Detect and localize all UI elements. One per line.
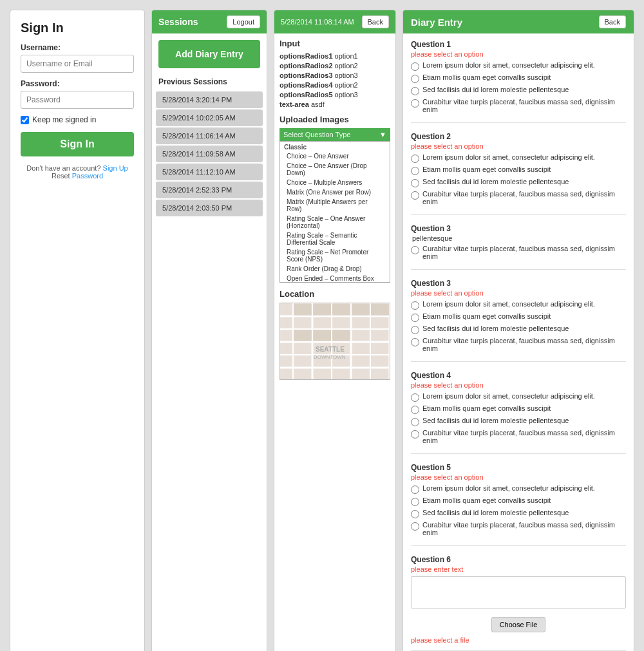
dropdown-item[interactable]: Choice – Multiple Answers xyxy=(280,178,390,187)
q3b-radio-4[interactable] xyxy=(411,338,419,346)
keep-signed-checkbox[interactable] xyxy=(21,116,29,124)
input-name: optionsRadios3 xyxy=(279,71,333,79)
question-3a-option-1: Curabitur vitae turpis placerat, faucibu… xyxy=(411,245,626,260)
dropdown-item[interactable]: Matrix (One Answer per Row) xyxy=(280,187,390,197)
input-value: option3 xyxy=(335,91,358,99)
add-diary-button[interactable]: Add Diary Entry xyxy=(158,40,260,68)
q4-radio-2[interactable] xyxy=(411,406,419,414)
session-item[interactable]: 5/28/2014 11:12:10 AM xyxy=(156,164,263,180)
detail-row: optionsRadios4 option2 xyxy=(279,81,390,89)
dropdown-item[interactable]: Matrix (Multiple Answers per Row) xyxy=(280,197,390,214)
question-1-title: Question 1 xyxy=(411,40,626,49)
dropdown-item[interactable]: Rating Scale – Semantic Differential Sca… xyxy=(280,231,390,247)
session-item[interactable]: 5/28/2014 2:03:50 PM xyxy=(156,200,263,216)
q3b-radio-1[interactable] xyxy=(411,301,419,310)
svg-rect-18 xyxy=(313,330,331,341)
q1-option-2-text: Etiam mollis quam eget convallis suscipi… xyxy=(422,73,551,81)
dropdown-item[interactable]: Open Ended – Comments Box xyxy=(280,274,390,283)
signin-footer: Don't have an account? Sign Up Reset Pas… xyxy=(21,164,134,180)
reset-text: Reset xyxy=(52,172,70,180)
input-name: text-area xyxy=(279,100,309,108)
q3b-radio-3[interactable] xyxy=(411,326,419,334)
username-input[interactable] xyxy=(21,55,134,73)
q1-radio-2[interactable] xyxy=(411,75,419,83)
q5-radio-3[interactable] xyxy=(411,510,419,518)
detail-inputs: optionsRadios1 option1 optionsRadios2 op… xyxy=(279,52,390,108)
q3b-radio-2[interactable] xyxy=(411,314,419,322)
location-title: Location xyxy=(279,289,390,299)
username-label: Username: xyxy=(21,43,134,52)
sessions-panel: Sessions Logout Add Diary Entry Previous… xyxy=(151,10,267,651)
question-3b-option-2: Etiam mollis quam eget convallis suscipi… xyxy=(411,312,626,322)
q1-option-4-text: Curabitur vitae turpis placerat, faucibu… xyxy=(422,98,626,113)
choose-file-button[interactable]: Choose File xyxy=(491,617,546,632)
q2-radio-1[interactable] xyxy=(411,155,419,163)
dropdown-selected[interactable]: Select Question Type ▼ xyxy=(279,128,390,141)
logout-button[interactable]: Logout xyxy=(227,15,260,28)
q3b-option-3-text: Sed facilisis dui id lorem molestie pell… xyxy=(422,325,569,332)
password-input[interactable] xyxy=(21,91,134,109)
svg-rect-15 xyxy=(352,304,370,316)
session-item[interactable]: 5/29/2014 10:02:05 AM xyxy=(156,109,263,126)
q3a-text-answer: pellentesque xyxy=(411,234,626,242)
session-item[interactable]: 5/28/2014 3:20:14 PM xyxy=(156,91,263,108)
question-block-1: Question 1 please select an option Lorem… xyxy=(411,40,626,123)
question-type-dropdown[interactable]: Select Question Type ▼ Classic Choice – … xyxy=(279,128,390,283)
svg-rect-12 xyxy=(294,304,312,316)
q4-radio-1[interactable] xyxy=(411,393,419,402)
q1-radio-3[interactable] xyxy=(411,87,419,95)
entry-body: Question 1 please select an option Lorem… xyxy=(403,33,634,651)
dropdown-item[interactable]: Choice – One Answer (Drop Down) xyxy=(280,161,390,178)
dropdown-item[interactable]: Rating Scale – Net Promoter Score (NPS) xyxy=(280,247,390,264)
signin-button[interactable]: Sign In xyxy=(21,132,134,156)
input-name: optionsRadios5 xyxy=(279,91,333,99)
q5-radio-1[interactable] xyxy=(411,486,419,494)
q4-radio-3[interactable] xyxy=(411,418,419,426)
sessions-title: Sessions xyxy=(158,17,198,27)
dropdown-item[interactable]: Rank Order (Drag & Drop) xyxy=(280,264,390,274)
svg-rect-19 xyxy=(332,330,350,341)
question-2-option-3: Sed facilisis dui id lorem molestie pell… xyxy=(411,178,626,187)
q3a-radio-1[interactable] xyxy=(411,246,419,254)
q3a-option-1-text: Curabitur vitae turpis placerat, faucibu… xyxy=(422,245,626,260)
q5-radio-4[interactable] xyxy=(411,522,419,531)
question-3b-error: please select an option xyxy=(411,289,626,297)
q1-radio-1[interactable] xyxy=(411,62,419,71)
entry-back-button[interactable]: Back xyxy=(599,15,626,28)
q5-radio-2[interactable] xyxy=(411,498,419,506)
question-2-error: please select an option xyxy=(411,142,626,150)
q2-radio-3[interactable] xyxy=(411,179,419,187)
svg-rect-17 xyxy=(294,330,312,341)
session-item[interactable]: 5/28/2014 11:09:58 AM xyxy=(156,146,263,162)
q2-radio-4[interactable] xyxy=(411,191,419,200)
session-item[interactable]: 5/28/2014 2:52:33 PM xyxy=(156,182,263,198)
detail-timestamp: 5/28/2014 11:08:14 AM xyxy=(281,18,354,26)
dropdown-item[interactable]: Rating Scale – One Answer (Horizontal) xyxy=(280,214,390,231)
password-link[interactable]: Password xyxy=(72,172,103,180)
password-label: Password: xyxy=(21,79,134,88)
session-item[interactable]: 5/28/2014 11:06:14 AM xyxy=(156,127,263,144)
detail-back-button[interactable]: Back xyxy=(362,15,389,28)
q4-radio-4[interactable] xyxy=(411,430,419,439)
question-block-4: Question 4 please select an option Lorem… xyxy=(411,371,626,454)
input-name: optionsRadios2 xyxy=(279,62,333,70)
dropdown-item[interactable]: Choice – One Answer xyxy=(280,151,390,161)
question-6-textarea[interactable] xyxy=(411,576,626,609)
detail-header: 5/28/2014 11:08:14 AM Back xyxy=(274,10,395,33)
q3b-option-1-text: Lorem ipsum dolor sit amet, consectetur … xyxy=(422,300,595,308)
q1-radio-4[interactable] xyxy=(411,99,419,108)
q2-option-3-text: Sed facilisis dui id lorem molestie pell… xyxy=(422,178,569,185)
signup-link[interactable]: Sign Up xyxy=(103,164,128,172)
dropdown-list[interactable]: Classic Choice – One Answer Choice – One… xyxy=(279,141,390,283)
detail-row: optionsRadios5 option3 xyxy=(279,91,390,99)
q2-radio-2[interactable] xyxy=(411,167,419,175)
q4-option-2-text: Etiam mollis quam eget convallis suscipi… xyxy=(422,404,551,412)
no-account-text: Don't have an account? xyxy=(26,164,100,172)
q4-option-1-text: Lorem ipsum dolor sit amet, consectetur … xyxy=(422,392,595,400)
question-block-5: Question 5 please select an option Lorem… xyxy=(411,463,626,546)
question-3b-option-3: Sed facilisis dui id lorem molestie pell… xyxy=(411,325,626,334)
question-3b-option-4: Curabitur vitae turpis placerat, faucibu… xyxy=(411,337,626,352)
keep-signed-label: Keep me signed in xyxy=(32,115,96,124)
signin-title: Sign In xyxy=(21,21,134,35)
q4-option-3-text: Sed facilisis dui id lorem molestie pell… xyxy=(422,417,569,424)
